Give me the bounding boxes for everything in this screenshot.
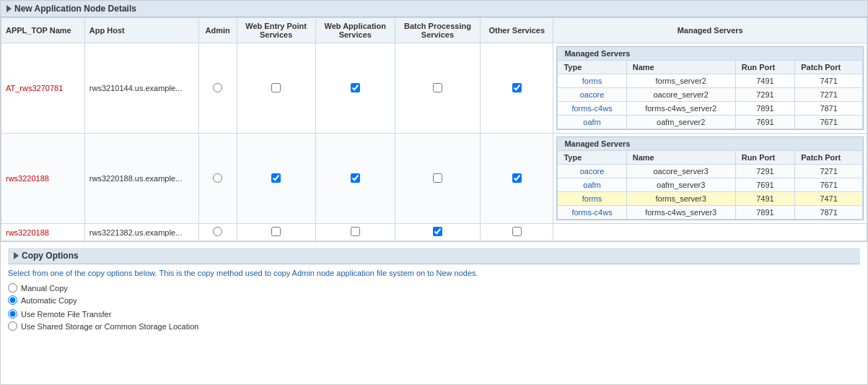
- app-host-cell: rws3220188.us.example...: [84, 134, 198, 224]
- ms-col-header: Run Port: [735, 61, 795, 74]
- ms-type: forms: [558, 192, 626, 206]
- copy-options-triangle-icon[interactable]: [14, 252, 19, 259]
- ms-patch-port: 7271: [795, 88, 863, 102]
- other-services-cell[interactable]: [481, 43, 553, 134]
- other-services-cell[interactable]: [481, 134, 553, 224]
- batch-cell[interactable]: [395, 134, 480, 224]
- ms-col-header: Run Port: [735, 151, 795, 165]
- collapse-triangle-icon[interactable]: [6, 5, 12, 12]
- ms-patch-port: 7471: [795, 192, 863, 206]
- other-services-checkbox[interactable]: [512, 227, 522, 236]
- admin-radio[interactable]: [213, 173, 222, 183]
- admin-cell[interactable]: [198, 224, 237, 241]
- web-entry-checkbox[interactable]: [271, 83, 281, 92]
- ms-run-port: 7691: [735, 178, 795, 192]
- ms-patch-port: 7871: [795, 102, 863, 116]
- admin-radio[interactable]: [213, 83, 222, 92]
- ms-col-header: Type: [558, 151, 626, 165]
- managed-servers-header: Managed Servers: [557, 137, 863, 150]
- ms-run-port: 7891: [735, 206, 795, 220]
- remote-file-transfer-option[interactable]: Use Remote File Transfer: [8, 309, 860, 319]
- shared-storage-option[interactable]: Use Shared Storage or Common Storage Loc…: [8, 321, 860, 331]
- col-managed: Managed Servers: [553, 18, 867, 43]
- ms-name: forms_server3: [626, 192, 735, 206]
- ms-type: oafm: [558, 116, 626, 129]
- ms-run-port: 7491: [735, 192, 795, 206]
- managed-server-row: forms-c4wsforms-c4ws_server378917871: [558, 206, 863, 220]
- other-services-checkbox[interactable]: [512, 83, 522, 92]
- manual-copy-label: Manual Copy: [21, 284, 68, 293]
- batch-checkbox[interactable]: [433, 173, 442, 183]
- web-app-cell[interactable]: [315, 134, 395, 224]
- app-host-cell: rws3210144.us.example...: [84, 43, 198, 134]
- managed-servers-cell: Managed ServersTypeNameRun PortPatch Por…: [553, 134, 867, 224]
- admin-cell[interactable]: [198, 134, 237, 224]
- batch-cell[interactable]: [395, 224, 480, 241]
- web-app-checkbox[interactable]: [351, 83, 360, 92]
- ms-name: forms-c4ws_server2: [626, 102, 735, 116]
- main-table: APPL_TOP Name App Host Admin Web Entry P…: [1, 17, 867, 241]
- ms-type: oafm: [558, 178, 626, 192]
- web-app-checkbox[interactable]: [351, 227, 360, 236]
- web-app-checkbox[interactable]: [351, 173, 360, 183]
- managed-servers-box: Managed ServersTypeNameRun PortPatch Por…: [556, 137, 864, 220]
- admin-radio[interactable]: [213, 227, 222, 236]
- web-entry-cell[interactable]: [237, 43, 315, 134]
- other-services-cell[interactable]: [481, 224, 553, 241]
- manual-copy-option[interactable]: Manual Copy: [8, 283, 860, 293]
- ms-name: oacore_server3: [626, 165, 735, 178]
- automatic-copy-radio[interactable]: [8, 295, 17, 305]
- managed-servers-header: Managed Servers: [557, 47, 863, 60]
- table-row: rws3220188rws3220188.us.example...Manage…: [1, 134, 867, 224]
- ms-name: oafm_server2: [626, 116, 735, 129]
- page-container: New Application Node Details APPL_TOP Na…: [0, 0, 868, 385]
- batch-checkbox[interactable]: [433, 83, 442, 92]
- col-app-host: App Host: [84, 18, 198, 43]
- managed-server-row: oacoreoacore_server372917271: [558, 165, 863, 178]
- copy-options-description: Select from one of the copy options belo…: [8, 269, 860, 277]
- admin-cell[interactable]: [198, 43, 237, 134]
- app-node-section-header: New Application Node Details: [1, 1, 867, 17]
- managed-server-row: formsforms_server274917471: [558, 74, 863, 88]
- web-app-cell[interactable]: [315, 43, 395, 134]
- remote-file-transfer-label: Use Remote File Transfer: [21, 310, 111, 319]
- copy-method-group: Manual Copy Automatic Copy: [8, 283, 860, 305]
- managed-servers-table: TypeNameRun PortPatch Portformsforms_ser…: [557, 60, 863, 129]
- web-entry-cell[interactable]: [237, 134, 315, 224]
- web-entry-checkbox[interactable]: [271, 173, 281, 183]
- web-entry-checkbox[interactable]: [271, 227, 281, 236]
- ms-col-header: Name: [626, 61, 735, 74]
- managed-servers-table: TypeNameRun PortPatch Portoacoreoacore_s…: [557, 150, 863, 220]
- manual-copy-radio[interactable]: [8, 283, 17, 293]
- ms-col-header: Patch Port: [795, 151, 863, 165]
- automatic-copy-option[interactable]: Automatic Copy: [8, 295, 860, 305]
- ms-run-port: 7891: [735, 102, 795, 116]
- ms-name: oafm_server3: [626, 178, 735, 192]
- ms-run-port: 7691: [735, 116, 795, 129]
- appl-top-cell: rws3220188: [1, 224, 85, 241]
- ms-type: forms-c4ws: [558, 102, 626, 116]
- app-host-cell: rws3221382.us.example...: [84, 224, 198, 241]
- remote-file-transfer-radio[interactable]: [8, 309, 17, 319]
- shared-storage-radio[interactable]: [8, 321, 17, 331]
- other-services-checkbox[interactable]: [512, 173, 522, 183]
- col-web-entry: Web Entry PointServices: [237, 18, 315, 43]
- ms-col-header: Type: [558, 61, 626, 74]
- ms-patch-port: 7671: [795, 116, 863, 129]
- managed-server-row: oacoreoacore_server272917271: [558, 88, 863, 102]
- web-entry-cell[interactable]: [237, 224, 315, 241]
- batch-cell[interactable]: [395, 43, 480, 134]
- appl-top-value: rws3220188: [6, 228, 49, 237]
- batch-checkbox[interactable]: [433, 227, 442, 236]
- copy-options-section: Copy Options Select from one of the copy…: [1, 241, 867, 341]
- ms-col-header: Patch Port: [795, 61, 863, 74]
- managed-servers-title: Managed Servers: [564, 49, 630, 58]
- ms-type: oacore: [558, 88, 626, 102]
- col-admin: Admin: [198, 18, 237, 43]
- ms-run-port: 7291: [735, 88, 795, 102]
- table-row: AT_rws3270781rws3210144.us.example...Man…: [1, 43, 867, 134]
- web-app-cell[interactable]: [315, 224, 395, 241]
- ms-type: forms-c4ws: [558, 206, 626, 220]
- col-batch: Batch ProcessingServices: [395, 18, 480, 43]
- ms-name: forms_server2: [626, 74, 735, 88]
